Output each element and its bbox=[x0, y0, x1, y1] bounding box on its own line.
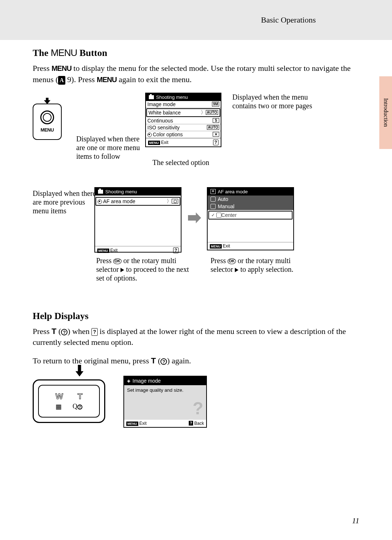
zoom-control-illustration: W T ▦ Q? bbox=[33, 379, 105, 423]
lcd-footer: MENU Exit bbox=[208, 242, 293, 250]
lcd-title: AF area mode bbox=[208, 188, 293, 196]
page-header: Basic Operations bbox=[0, 0, 392, 40]
af-icon bbox=[211, 189, 216, 194]
menu-item-selected: White balance〉AUTO bbox=[146, 108, 220, 117]
lcd-shooting-menu: Shooting menu Image mode9M White balance… bbox=[145, 93, 221, 147]
paragraph-help-1: Press T (?) when ? is displayed at the l… bbox=[33, 326, 359, 348]
camera-icon bbox=[98, 190, 103, 194]
menu-item: ISO sensitivityAUTO bbox=[146, 124, 221, 131]
lcd-title: Shooting menu bbox=[95, 188, 181, 196]
paragraph-menu-intro: Press MENU to display the menu for the s… bbox=[33, 63, 359, 85]
menu-item: ContinuousS bbox=[146, 117, 221, 124]
menu-label: MENU bbox=[41, 127, 54, 133]
large-question-icon: ? bbox=[193, 398, 203, 418]
menu-button-illustration: MENU bbox=[33, 104, 62, 140]
annotation-apply: Press OK or the rotary multi selector to… bbox=[211, 256, 312, 274]
help-icon: ? bbox=[213, 140, 219, 145]
option-icon bbox=[216, 213, 221, 218]
ok-icon: OK bbox=[228, 258, 236, 264]
zoom-w-label: W bbox=[56, 392, 63, 401]
help-box-icon: ? bbox=[91, 328, 98, 336]
help-icon: ? bbox=[173, 247, 179, 253]
option-icon bbox=[211, 197, 216, 202]
triangle-right-icon bbox=[235, 268, 238, 272]
arrow-right-icon bbox=[188, 213, 201, 223]
help-circle-icon: ? bbox=[61, 329, 68, 335]
diagram-help: W T ▦ Q? Image mode Set image qu bbox=[33, 376, 359, 428]
option-row: Manual bbox=[208, 203, 293, 210]
annotation-previous: Displayed when there are more previous m… bbox=[33, 189, 98, 215]
wake-icon bbox=[98, 200, 102, 204]
wake-icon bbox=[147, 133, 152, 137]
lcd-help-screen: Image mode Set image quality and size. ?… bbox=[123, 376, 207, 428]
help-footer: MENU Exit ?Back bbox=[124, 420, 206, 427]
help-icon: ? bbox=[189, 421, 193, 426]
dial-icon bbox=[40, 110, 54, 124]
option-icon bbox=[211, 204, 216, 209]
check-icon: ✓ bbox=[211, 213, 215, 218]
option-row: Auto bbox=[208, 196, 293, 203]
lcd-title: Shooting menu bbox=[146, 93, 221, 101]
paragraph-help-2: To return to the original menu, press T … bbox=[33, 355, 359, 367]
camera-icon bbox=[149, 95, 154, 99]
page-number: 11 bbox=[352, 516, 359, 525]
zoom-t-label: T bbox=[78, 392, 82, 401]
annotation-follow: Displayed when there are one or more men… bbox=[76, 134, 145, 161]
grid-icon: ▦ bbox=[56, 403, 62, 411]
side-tab-introduction: Introduction bbox=[379, 76, 392, 149]
arrow-down-icon bbox=[44, 98, 50, 104]
diagram-menu: MENU Shooting menu Image mode9M White ba… bbox=[33, 93, 359, 296]
reference-icon: A bbox=[58, 76, 65, 85]
lcd-af-area-list: Shooting menu AF area mode〉▢ MENU Exit? bbox=[94, 187, 181, 253]
menu-glyph-icon: MENU bbox=[52, 64, 72, 72]
heading-menu-button: The MENU Button bbox=[33, 47, 359, 59]
annotation-pages: Displayed when the menu contains two or … bbox=[232, 93, 312, 110]
magnify-help-icon: Q? bbox=[73, 403, 82, 411]
chevron-right-icon: 〉 bbox=[167, 198, 172, 205]
menu-item-selected: AF area mode〉▢ bbox=[95, 197, 180, 206]
help-title: Image mode bbox=[124, 376, 206, 385]
t-button-label: T bbox=[151, 356, 156, 365]
annotation-proceed: Press OK or the rotary multi selector to… bbox=[96, 256, 198, 282]
menu-item: Image mode9M bbox=[146, 101, 221, 108]
help-body: Set image quality and size. ? bbox=[124, 385, 206, 420]
triangle-right-icon bbox=[121, 268, 124, 272]
menu-item: Color options✕ bbox=[146, 131, 221, 138]
lcd-footer: MENU Exit? bbox=[146, 138, 221, 146]
lcd-af-area-options: AF area mode Auto Manual ✓ Center MENU E… bbox=[207, 187, 294, 250]
chevron-right-icon: 〉 bbox=[201, 109, 206, 116]
section-title: Basic Operations bbox=[261, 15, 316, 25]
option-row-selected: ✓ Center bbox=[208, 211, 293, 219]
heading-help-displays: Help Displays bbox=[33, 311, 359, 322]
t-button-label: T bbox=[52, 327, 56, 336]
annotation-selected: The selected option bbox=[152, 158, 232, 167]
menu-glyph-icon: MENU bbox=[97, 76, 117, 84]
lcd-footer: MENU Exit? bbox=[95, 246, 181, 254]
help-circle-icon: ? bbox=[160, 358, 167, 365]
ok-icon: OK bbox=[113, 258, 122, 264]
